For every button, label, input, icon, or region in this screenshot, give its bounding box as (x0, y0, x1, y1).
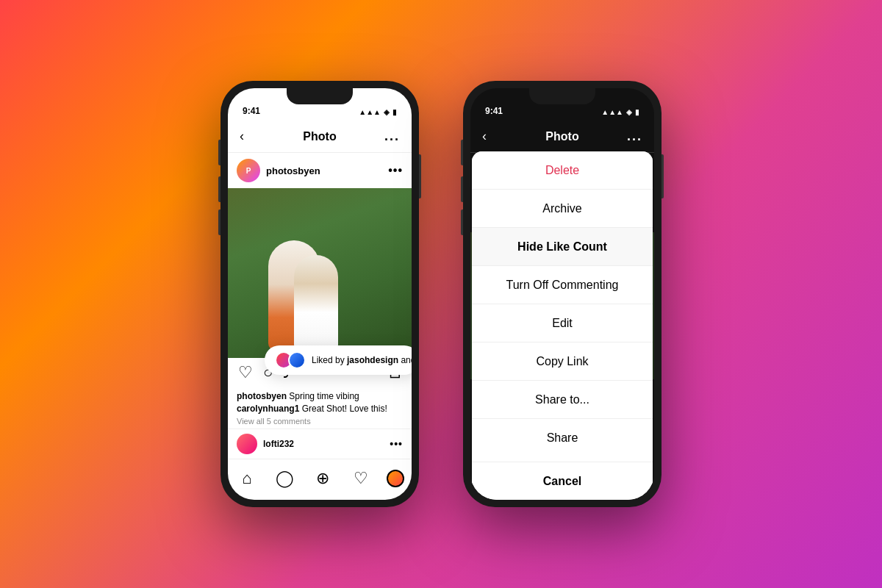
caption-username[interactable]: photosbyen (237, 391, 287, 401)
nav-profile[interactable] (387, 470, 404, 487)
action-cancel[interactable]: Cancel (472, 462, 653, 500)
action-sheet-overlay: Delete Archive Hide Like Count Turn Off … (470, 151, 654, 500)
back-button-right[interactable]: ‹ (482, 129, 487, 144)
notch-right (529, 88, 595, 104)
bottom-nav-left: ⌂ ◯ ⊕ ♡ (228, 459, 412, 500)
app-header-right: ‹ Photo ... (470, 121, 654, 153)
wifi-icon: ◈ (384, 108, 390, 116)
action-share-to[interactable]: Share to... (472, 381, 653, 419)
commenter-username[interactable]: lofti232 (263, 439, 384, 449)
status-icons-right: ▲▲▲ ◈ ▮ (601, 108, 639, 116)
caption-line: photosbyen Spring time vibing (237, 390, 403, 403)
more-button-left[interactable]: ... (384, 129, 400, 144)
action-turn-off-commenting[interactable]: Turn Off Commenting (472, 266, 653, 304)
action-edit[interactable]: Edit (472, 304, 653, 343)
right-phone: 9:41 ▲▲▲ ◈ ▮ ‹ Photo ... P photosbyen ••… (463, 81, 662, 507)
likes-text: Liked by jasohdesign and others (312, 355, 412, 365)
post-more-left[interactable]: ••• (388, 164, 403, 177)
app-header-left: ‹ Photo ... (228, 121, 412, 153)
username-left[interactable]: photosbyen (266, 165, 382, 176)
battery-icon-right: ▮ (635, 108, 639, 116)
person2-silhouette (294, 255, 338, 351)
status-icons-left: ▲▲▲ ◈ ▮ (359, 108, 397, 116)
like-icon[interactable]: ♡ (238, 363, 253, 382)
comment-text: Great Shot! Love this! (302, 404, 387, 414)
commenter-name: carolynhuang1 (237, 404, 299, 414)
back-button-left[interactable]: ‹ (240, 129, 244, 144)
nav-heart[interactable]: ♡ (349, 469, 373, 488)
likes-avatars (275, 351, 306, 369)
comment-more[interactable]: ••• (390, 438, 403, 450)
action-sheet: Delete Archive Hide Like Count Turn Off … (472, 151, 653, 500)
left-phone: 9:41 ▲▲▲ ◈ ▮ ‹ Photo ... P photosbyen ••… (220, 81, 419, 507)
avatar-left[interactable]: P (237, 159, 260, 182)
status-time-left: 9:41 (243, 106, 260, 116)
action-hide-like-count[interactable]: Hide Like Count (472, 228, 653, 266)
battery-icon: ▮ (392, 108, 397, 116)
likes-bubble[interactable]: Liked by jasohdesign and others (265, 345, 412, 375)
signal-icon-right: ▲▲▲ (601, 108, 623, 116)
status-time-right: 9:41 (485, 106, 503, 116)
action-archive[interactable]: Archive (472, 190, 653, 228)
action-copy-link[interactable]: Copy Link (472, 343, 653, 381)
action-delete[interactable]: Delete (472, 151, 653, 190)
page-title-left: Photo (303, 130, 336, 143)
nav-home[interactable]: ⌂ (235, 469, 259, 488)
signal-icon: ▲▲▲ (359, 108, 381, 116)
page-title-right: Photo (545, 130, 578, 143)
notch (287, 88, 353, 104)
comment-preview: carolynhuang1 Great Shot! Love this! (237, 403, 403, 415)
more-button-right[interactable]: ... (627, 129, 642, 144)
view-comments[interactable]: View all 5 comments (237, 417, 403, 426)
action-share[interactable]: Share (472, 419, 653, 457)
nav-add[interactable]: ⊕ (311, 469, 334, 488)
like-avatar-2 (288, 351, 306, 369)
wifi-icon-right: ◈ (626, 108, 632, 116)
commenter-avatar (237, 434, 257, 454)
nav-search[interactable]: ◯ (273, 469, 296, 488)
profile-row-left: P photosbyen ••• (228, 153, 412, 188)
caption-area: photosbyen Spring time vibing carolynhua… (228, 387, 412, 429)
post-photo-left (228, 188, 412, 358)
comment-row: lofti232 ••• (228, 429, 412, 459)
